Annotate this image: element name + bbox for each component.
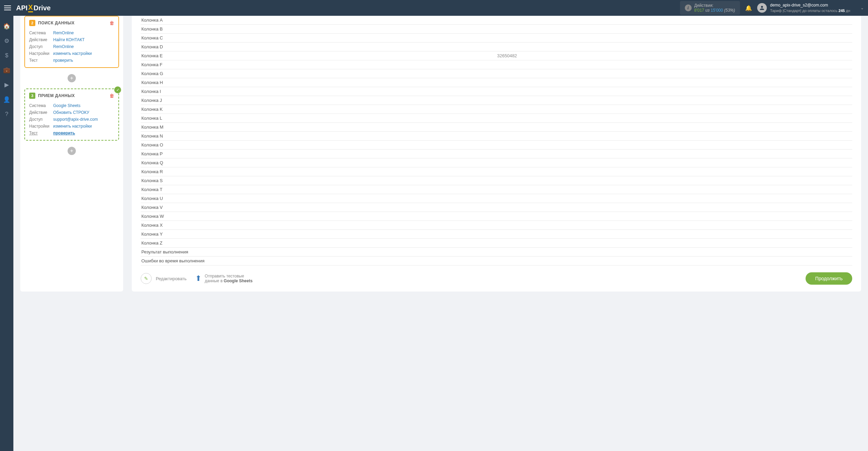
actions-counter[interactable]: i Действия: 8'017 из 15'000 (53%) [680, 1, 740, 15]
column-value [496, 167, 852, 176]
label-system: Система [29, 31, 53, 35]
trash-icon[interactable]: 🗑 [109, 93, 114, 98]
label-action: Действие [29, 37, 53, 42]
table-row: Колонка H [141, 78, 852, 87]
value-test[interactable]: проверить [53, 58, 73, 63]
column-value [496, 132, 852, 141]
column-value [496, 96, 852, 105]
columns-table: Колонка АКолонка BКолонка CКолонка DКоло… [141, 16, 852, 265]
column-value [496, 60, 852, 69]
value-access[interactable]: support@apix-drive.com [53, 117, 98, 122]
value-action[interactable]: Обновить СТРОКУ [53, 110, 89, 115]
table-row: Колонка F [141, 60, 852, 69]
label-test: Тест [29, 58, 53, 63]
column-name: Колонка M [141, 123, 496, 132]
logo-drive: Drive [34, 4, 51, 12]
column-value [496, 212, 852, 221]
header: APIXDrive i Действия: 8'017 из 15'000 (5… [0, 0, 868, 16]
logo[interactable]: APIXDrive [16, 3, 51, 12]
column-name: Колонка S [141, 176, 496, 185]
table-row: Колонка I [141, 87, 852, 96]
column-name: Колонка L [141, 114, 496, 123]
send-test-button[interactable]: ⬆ Отправить тестовые данные в Google She… [195, 274, 253, 283]
column-value [496, 123, 852, 132]
dollar-icon[interactable]: $ [5, 52, 8, 59]
column-value [496, 114, 852, 123]
home-icon[interactable]: 🏠 [3, 23, 10, 30]
value-test[interactable]: проверить [53, 131, 75, 135]
left-panel: 2 ПОИСК ДАННЫХ 🗑 СистемаRemOnline Действ… [20, 16, 123, 292]
column-name: Колонка J [141, 96, 496, 105]
column-value [496, 185, 852, 194]
table-row: Колонка А [141, 16, 852, 25]
column-name: Колонка C [141, 34, 496, 43]
column-name: Колонка H [141, 78, 496, 87]
search-data-card: 2 ПОИСК ДАННЫХ 🗑 СистемаRemOnline Действ… [24, 16, 119, 68]
trash-icon[interactable]: 🗑 [109, 20, 114, 26]
table-row: Результат выполнения [141, 248, 852, 257]
table-row: Колонка C [141, 34, 852, 43]
user-tariff: Тариф |Стандарт| до оплаты осталось 245 … [770, 8, 850, 13]
continue-button[interactable]: Продолжить [806, 272, 852, 285]
help-icon[interactable]: ? [5, 111, 8, 118]
column-name: Колонка N [141, 132, 496, 141]
table-row: Колонка B [141, 25, 852, 34]
label-system: Система [29, 103, 53, 108]
table-row: Колонка N [141, 132, 852, 141]
column-name: Колонка U [141, 194, 496, 203]
logo-x: X [28, 3, 33, 12]
chevron-down-icon: ⌄ [860, 5, 864, 10]
column-name: Колонка P [141, 150, 496, 158]
table-row: Колонка Z [141, 239, 852, 248]
upload-icon: ⬆ [195, 274, 201, 283]
column-name: Колонка R [141, 167, 496, 176]
bell-icon[interactable]: 🔔 [745, 5, 752, 11]
column-value [496, 194, 852, 203]
user-icon[interactable]: 👤 [3, 96, 10, 103]
sitemap-icon[interactable]: ⚙ [4, 37, 9, 45]
column-name: Колонка G [141, 69, 496, 78]
right-panel: Колонка АКолонка BКолонка CКолонка DКоло… [132, 16, 861, 292]
user-menu[interactable]: demo_apix-drive_s2@com.com Тариф |Станда… [757, 3, 864, 13]
column-value [496, 141, 852, 150]
column-value [496, 87, 852, 96]
table-row: Колонка U [141, 194, 852, 203]
value-system[interactable]: Google Sheets [53, 103, 80, 108]
logo-api: API [16, 4, 27, 12]
column-name: Колонка D [141, 43, 496, 51]
column-name: Колонка I [141, 87, 496, 96]
hamburger-menu[interactable] [4, 4, 11, 12]
add-button[interactable]: + [68, 147, 76, 155]
value-settings[interactable]: изменить настройки [53, 51, 92, 56]
label-access: Доступ [29, 44, 53, 49]
youtube-icon[interactable]: ▶ [4, 81, 9, 88]
column-value [496, 34, 852, 43]
value-settings[interactable]: изменить настройки [53, 124, 92, 129]
column-name: Колонка E [141, 51, 496, 60]
column-value [496, 105, 852, 114]
column-value [496, 176, 852, 185]
column-value [496, 239, 852, 248]
value-action[interactable]: Найти КОНТАКТ [53, 37, 85, 42]
column-value [496, 69, 852, 78]
label-action: Действие [29, 110, 53, 115]
edit-label: Редактировать [156, 276, 187, 281]
column-name: Колонка X [141, 221, 496, 230]
value-system[interactable]: RemOnline [53, 31, 74, 35]
add-button[interactable]: + [68, 74, 76, 82]
info-icon: i [685, 4, 692, 11]
column-name: Колонка А [141, 16, 496, 25]
edit-button[interactable]: ✎ Редактировать [141, 273, 187, 284]
column-value [496, 248, 852, 257]
value-access[interactable]: RemOnline [53, 44, 74, 49]
table-row: Колонка Q [141, 158, 852, 167]
column-value [496, 16, 852, 25]
label-access: Доступ [29, 117, 53, 122]
column-value [496, 203, 852, 212]
send-line1: Отправить тестовые [205, 274, 253, 278]
label-test: Тест [29, 131, 53, 135]
column-name: Результат выполнения [141, 248, 496, 257]
table-row: Колонка P [141, 150, 852, 158]
briefcase-icon[interactable]: 💼 [3, 67, 10, 74]
column-value [496, 230, 852, 239]
